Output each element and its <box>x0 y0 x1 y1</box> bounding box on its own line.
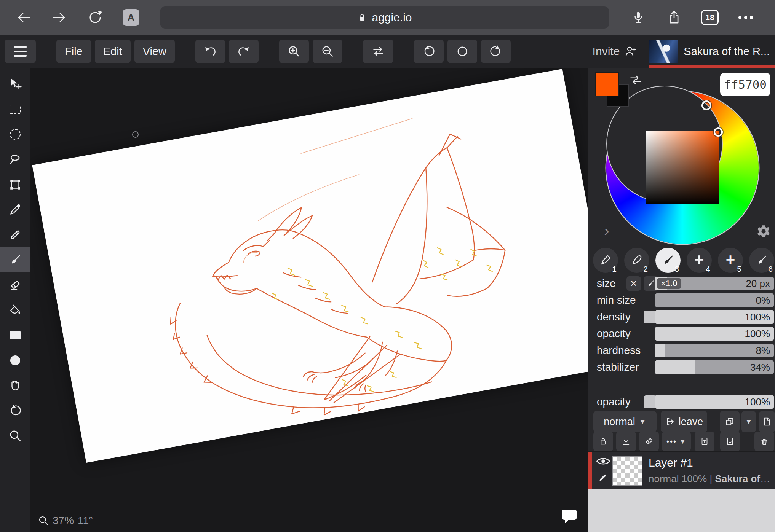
eraser-tool[interactable] <box>0 272 30 298</box>
rotate-reset-button[interactable] <box>447 40 477 63</box>
pencil-icon <box>9 228 22 241</box>
min-size-slider[interactable]: 0% <box>655 293 774 307</box>
eyedropper-tool[interactable] <box>0 197 30 222</box>
transform-tool[interactable] <box>0 172 30 197</box>
clipping-button[interactable] <box>616 432 636 451</box>
hardness-slider[interactable]: 8% <box>655 344 774 357</box>
zoom-indicator: 37% 11° <box>38 514 93 527</box>
share-icon[interactable] <box>663 7 685 28</box>
rotate-ccw-button[interactable] <box>414 40 444 63</box>
opacity-value: 100% <box>745 327 770 341</box>
layer-owner: Sakura of the… <box>715 473 770 484</box>
tabs-button[interactable]: 18 <box>699 7 721 28</box>
brush-tool[interactable] <box>0 247 30 272</box>
pencil-tool[interactable] <box>0 222 30 247</box>
zoom-out-button[interactable] <box>313 40 342 63</box>
blend-mode-select[interactable]: normal ▼ <box>593 411 657 432</box>
clear-layer-button[interactable] <box>639 432 659 451</box>
density-row: density 100% <box>588 309 775 325</box>
layer-opacity-row: opacity 100% <box>588 393 775 410</box>
density-slider[interactable]: 100% <box>655 310 774 324</box>
delete-layer-button[interactable] <box>754 432 774 451</box>
layer-opacity-label: opacity <box>597 393 631 410</box>
clear-size-button[interactable]: ✕ <box>626 276 641 291</box>
ellipse-shape-tool[interactable] <box>0 348 30 373</box>
leave-button[interactable]: leave <box>661 411 707 432</box>
layer-menu-caret[interactable]: ▼ <box>741 411 756 432</box>
translate-icon[interactable]: A <box>120 7 142 28</box>
rotate-view-tool[interactable] <box>0 398 30 423</box>
density-checkbox[interactable] <box>644 311 657 323</box>
canvas[interactable] <box>32 69 588 463</box>
zoom-value: 37% <box>53 514 74 527</box>
size-value: 20 px <box>746 277 770 290</box>
chevron-down-icon: ▼ <box>745 417 753 426</box>
layer-owner-color-bar <box>588 452 592 489</box>
chat-button[interactable] <box>560 508 578 525</box>
slot-number: 6 <box>767 264 774 274</box>
tool-sidebar <box>0 68 30 532</box>
duplicate-layer-button[interactable] <box>720 411 740 432</box>
merge-down-button[interactable] <box>720 432 740 451</box>
rotate-cw-button[interactable] <box>481 40 511 63</box>
move-tool[interactable] <box>0 72 30 97</box>
angle-value: 11° <box>78 514 93 527</box>
primary-color-swatch[interactable] <box>595 72 619 96</box>
color-settings-gear[interactable] <box>757 225 770 238</box>
address-bar[interactable]: aggie.io <box>160 6 609 29</box>
zoom-in-button[interactable] <box>279 40 309 63</box>
zoom-tool[interactable] <box>0 423 30 448</box>
redo-button[interactable] <box>229 40 259 63</box>
rectangle-shape-tool[interactable] <box>0 323 30 348</box>
layer-options-button[interactable]: ••• ▼ <box>662 432 691 451</box>
fill-tool[interactable] <box>0 298 30 323</box>
swap-colors-icon[interactable] <box>629 73 642 86</box>
browser-back-button[interactable] <box>13 7 34 28</box>
lock-layer-button[interactable] <box>593 432 613 451</box>
browser-menu-icon[interactable] <box>735 7 756 28</box>
blend-mode-value: normal <box>604 416 635 428</box>
ellipse-select-tool[interactable] <box>0 122 30 147</box>
user-chip[interactable]: Sakura of the R... <box>649 35 775 68</box>
invite-button[interactable]: Invite <box>586 45 645 58</box>
size-multiplier-chip[interactable]: ×1.0 <box>657 278 681 289</box>
hardness-value: 8% <box>756 344 770 357</box>
flip-canvas-button[interactable] <box>363 40 393 63</box>
undo-button[interactable] <box>195 40 225 63</box>
rect-select-tool[interactable] <box>0 97 30 122</box>
layer-name: Layer #1 <box>649 456 693 469</box>
layer-controls-row: normal ▼ leave ▼ <box>588 411 775 433</box>
hex-input[interactable] <box>720 73 770 96</box>
file-button[interactable]: File <box>56 40 91 63</box>
brush-icon <box>9 253 22 266</box>
lasso-icon <box>9 153 22 166</box>
layer-visibility-toggle[interactable] <box>596 456 610 467</box>
layer-thumbnail[interactable] <box>612 456 642 486</box>
merge-up-button[interactable] <box>695 432 714 451</box>
size-slider[interactable]: ×1.0 20 px <box>655 277 774 290</box>
hand-icon <box>9 379 22 392</box>
microphone-icon[interactable] <box>628 7 649 28</box>
collapse-panel-button[interactable]: › <box>598 221 615 240</box>
stabilizer-slider[interactable]: 34% <box>655 360 774 374</box>
opacity-slider[interactable]: 100% <box>655 327 774 341</box>
slot-number: 5 <box>735 264 743 274</box>
add-layer-button[interactable] <box>759 411 775 432</box>
eye-icon <box>596 456 610 467</box>
layer-opacity-slider[interactable]: 100% <box>655 395 774 409</box>
rectangle-shape-icon <box>10 331 21 339</box>
hand-tool[interactable] <box>0 373 30 398</box>
layer-opacity-checkbox[interactable] <box>644 395 657 408</box>
browser-forward-button[interactable] <box>49 7 70 28</box>
menu-button[interactable] <box>5 40 36 63</box>
hardness-label: hardness <box>597 342 641 359</box>
file-arrow-down-icon <box>725 436 735 446</box>
lasso-tool[interactable] <box>0 147 30 172</box>
view-button[interactable]: View <box>134 40 175 63</box>
edit-button[interactable]: Edit <box>95 40 131 63</box>
brush-settings: size ✕ ×1.0 20 px min size 0% <box>588 275 775 376</box>
layer-tools-row: ••• ▼ <box>588 432 775 451</box>
browser-reload-button[interactable] <box>85 7 106 28</box>
layer-row[interactable]: Layer #1 normal 100% | Sakura of the… <box>588 451 775 489</box>
dragon-sketch <box>32 69 588 463</box>
